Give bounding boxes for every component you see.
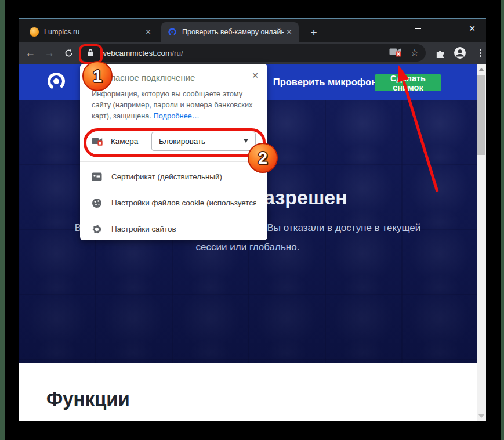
- omnibox-right-icons: ☆: [389, 47, 419, 59]
- webcam-logo-icon: [43, 69, 70, 96]
- address-bar[interactable]: webcammictest.com/ru/ ☆: [79, 44, 426, 62]
- features-title: Функции: [46, 388, 130, 410]
- browser-menu-button[interactable]: [473, 45, 488, 60]
- page-scrollbar[interactable]: [477, 64, 486, 421]
- tab-title: Lumpics.ru: [44, 28, 143, 36]
- forward-button[interactable]: →: [41, 45, 57, 61]
- camera-blocked-icon: [389, 47, 402, 57]
- popup-divider: [80, 161, 267, 162]
- webcam-site-favicon-icon: [168, 27, 177, 37]
- extensions-button[interactable]: [433, 45, 448, 60]
- window-minimize-button[interactable]: [408, 21, 427, 35]
- reload-button[interactable]: [60, 45, 77, 61]
- avatar-icon: [454, 46, 466, 59]
- reload-icon: [64, 48, 74, 58]
- cookie-icon: [92, 198, 103, 208]
- tab-strip: Lumpics.ru ✕ Проверить веб-камеру онлайн…: [19, 19, 486, 42]
- features-section: Функции: [19, 363, 477, 421]
- maximize-icon: [443, 26, 448, 31]
- annotation-step-2-badge: 2: [248, 143, 278, 173]
- annotation-step-1-badge: 1: [82, 61, 113, 91]
- tab-title: Проверить веб-камеру онлайн: [182, 28, 284, 36]
- take-snapshot-button[interactable]: Сделать снимок: [375, 74, 441, 91]
- scroll-down-arrow-icon[interactable]: [478, 414, 484, 418]
- screenshot-stage: Lumpics.ru ✕ Проверить веб-камеру онлайн…: [0, 0, 504, 440]
- new-tab-button[interactable]: +: [306, 25, 321, 40]
- gear-icon: [92, 224, 103, 235]
- popup-menu: Сертификат (действительный) Настройки фа…: [92, 164, 256, 240]
- popup-title: Безопасное подключение: [92, 73, 256, 82]
- url-text: webcammictest.com/ru/: [101, 49, 183, 57]
- certificate-icon: [92, 172, 103, 181]
- tab-lumpics[interactable]: Lumpics.ru ✕: [23, 22, 158, 42]
- cookies-label: Настройки файлов cookie (используется 3 …: [111, 199, 256, 207]
- window-maximize-button[interactable]: [436, 21, 455, 35]
- scroll-up-arrow-icon[interactable]: [478, 68, 484, 71]
- annotation-highlight-camera-row: [84, 128, 266, 157]
- camera-blocked-button[interactable]: [389, 47, 402, 59]
- lumpics-favicon-icon: [30, 27, 39, 37]
- puzzle-icon: [435, 48, 446, 59]
- profile-button[interactable]: [452, 45, 467, 60]
- bookmark-star-button[interactable]: ☆: [411, 48, 419, 57]
- site-settings-label: Настройки сайтов: [111, 225, 176, 233]
- nav-check-microphone[interactable]: Проверить микрофон: [273, 77, 377, 88]
- certificate-item[interactable]: Сертификат (действительный): [92, 164, 256, 190]
- desktop-edge-left: [0, 0, 5, 440]
- tab-close-icon[interactable]: ✕: [143, 27, 153, 37]
- tab-close-icon[interactable]: ✕: [284, 27, 294, 37]
- site-settings-item[interactable]: Настройки сайтов: [92, 216, 256, 240]
- desktop-edge-right: [501, 0, 504, 440]
- url-path: /ru/: [172, 49, 183, 57]
- back-button[interactable]: ←: [22, 45, 38, 61]
- url-host: webcammictest.com: [101, 49, 172, 57]
- tab-webcamtest[interactable]: Проверить веб-камеру онлайн ✕: [161, 22, 299, 42]
- cookies-item[interactable]: Настройки файлов cookie (используется 3 …: [92, 190, 256, 216]
- learn-more-link[interactable]: Подробнее…: [154, 111, 200, 120]
- scrollbar-thumb[interactable]: [477, 75, 485, 155]
- certificate-label: Сертификат (действительный): [111, 172, 222, 181]
- site-logo[interactable]: [43, 69, 70, 98]
- window-close-button[interactable]: ✕: [463, 21, 481, 35]
- minimize-icon: [415, 28, 421, 29]
- popup-close-button[interactable]: ✕: [249, 69, 262, 82]
- menu-dots-icon: [480, 49, 481, 51]
- popup-description: Информация, которую вы сообщаете этому с…: [92, 88, 261, 121]
